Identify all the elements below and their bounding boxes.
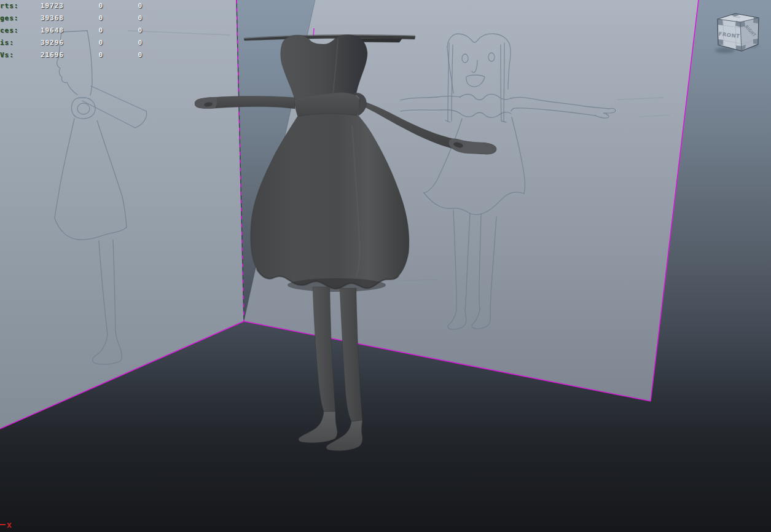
hud-value-total: 39296 [0,39,64,47]
hud-row-tris: is: 39296 0 0 [0,37,147,50]
hud-value-col2: 0 [64,39,103,47]
under-skirt-shadow [288,278,386,292]
hud-value-col2: 0 [64,14,103,22]
hud-value-col3: 0 [103,14,143,22]
hud-value-col3: 0 [103,2,143,10]
viewcube[interactable]: FRONT RIGHT TOP [715,14,759,53]
bodice[interactable] [281,34,367,100]
hud-value-col2: 0 [64,51,103,59]
hud-value-col3: 0 [103,26,143,34]
hud-value-col2: 0 [64,2,103,10]
axis-indicator: X [0,522,12,529]
hud-row-edges: ges: 39368 0 0 [0,13,147,25]
hud-value-col3: 0 [103,39,143,47]
image-plane-side-reference[interactable] [0,0,244,429]
hud-value-total: 21696 [0,51,64,59]
hud-value-col2: 0 [64,26,103,34]
hud-value-col3: 0 [103,51,143,59]
hud-row-faces: ces: 19648 0 0 [0,25,147,37]
hud-value-total: 39368 [0,14,64,22]
maya-3d-viewport[interactable]: FRONT RIGHT TOP X rts: 19723 0 0 ges: 39… [0,0,771,532]
hud-value-total: 19723 [0,2,64,10]
viewport-scene[interactable]: FRONT RIGHT TOP X [0,0,771,532]
poly-count-hud: rts: 19723 0 0 ges: 39368 0 0 ces: 19648… [0,1,147,62]
hud-value-total: 19648 [0,26,64,34]
hud-row-uvs: Vs: 21696 0 0 [0,50,147,62]
x-axis-label: X [7,522,12,529]
hud-row-verts: rts: 19723 0 0 [0,1,147,13]
left-foot[interactable] [299,412,337,443]
